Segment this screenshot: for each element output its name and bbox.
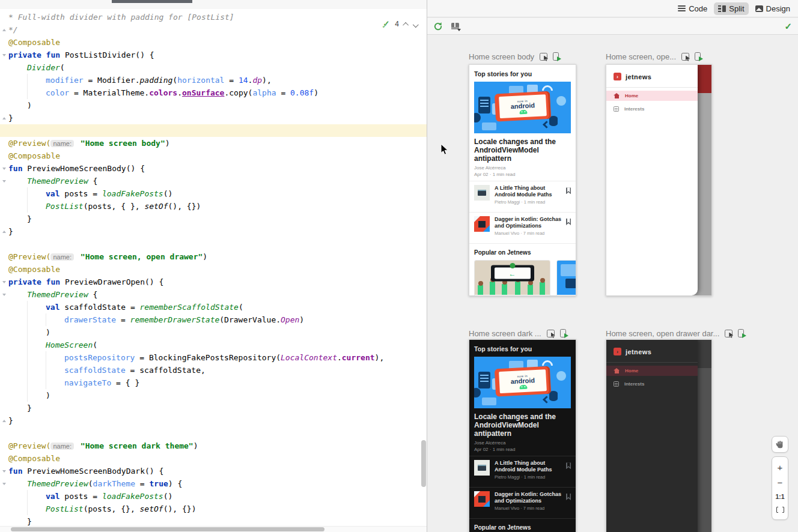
inspections-count: 4 xyxy=(395,20,399,28)
popular-card: ← From Java Programming Langua... Florin… xyxy=(474,260,550,296)
run-on-device-icon[interactable] xyxy=(695,52,701,61)
editor-vertical-scrollbar[interactable] xyxy=(421,440,426,487)
interactive-mode-icon[interactable] xyxy=(725,330,733,337)
hero-image: now in android xyxy=(474,82,571,133)
bookmark-icon xyxy=(566,219,571,225)
jetnews-logo-icon: › xyxy=(614,348,621,355)
hero-image: now in android xyxy=(474,357,571,408)
android-studio-split-view: * Full-width divider with padding for [P… xyxy=(0,0,798,532)
drawer-item-interests: Interests xyxy=(606,104,698,114)
post-thumbnail xyxy=(474,216,490,232)
navigation-drawer: › jetnews Home Interests xyxy=(606,340,698,532)
hand-icon xyxy=(776,440,785,449)
post-thumbnail xyxy=(474,185,490,201)
hero-post-meta: Apr 02 · 1 min read xyxy=(474,447,571,452)
preview-header-1: Home screen body xyxy=(469,51,559,62)
drawer-item-interests: Interests xyxy=(606,379,698,389)
bookmark-icon xyxy=(566,187,571,194)
preview-open-drawer[interactable]: › jetnews Home Interests xyxy=(606,64,712,296)
popular-card: Locale changes and the AndroidViewModel … xyxy=(556,260,576,296)
post-list-item: A Little Thing about Android Module Path… xyxy=(474,456,571,483)
zoom-out-button[interactable]: − xyxy=(778,479,783,487)
now-in-android-phone: now in android xyxy=(494,91,550,122)
build-status-check-icon: ✓ xyxy=(784,21,792,32)
inspections-widget[interactable]: ✓ 4 xyxy=(383,20,418,28)
code-lines[interactable]: * Full-width divider with padding for [P… xyxy=(0,11,427,528)
hero-post-title: Locale changes and the AndroidViewModel … xyxy=(474,413,571,438)
tab-split[interactable]: Split xyxy=(714,2,748,15)
preview-open-drawer-dark[interactable]: › jetnews Home Interests xyxy=(606,339,712,532)
pan-button[interactable] xyxy=(772,436,788,453)
editor-mode-bar: Code Split Design xyxy=(427,0,798,17)
tab-split-label: Split xyxy=(729,4,744,13)
content-behind-drawer xyxy=(696,93,711,295)
code-editor[interactable]: * Full-width divider with padding for [P… xyxy=(0,0,427,532)
next-problem-icon[interactable] xyxy=(413,22,419,28)
preview-header-4: Home screen, open drawer dar... xyxy=(606,328,744,339)
zoom-controls: + − 1:1 xyxy=(772,456,788,520)
preview-layout-icon[interactable] xyxy=(451,22,461,31)
preview-title[interactable]: Home screen body xyxy=(469,52,534,61)
bookmark-icon xyxy=(566,494,571,500)
interactive-mode-icon[interactable] xyxy=(681,53,689,61)
preview-header-3: Home screen dark ... xyxy=(469,328,566,339)
interests-list-icon xyxy=(614,381,619,387)
editor-top-strip xyxy=(0,0,427,9)
hero-post-title: Locale changes and the AndroidViewModel … xyxy=(474,138,571,163)
popular-card-image: ← xyxy=(475,261,550,295)
design-mode-icon xyxy=(755,5,763,12)
content-behind-drawer xyxy=(696,368,711,532)
interactive-mode-icon[interactable] xyxy=(540,53,547,61)
bookmark-icon xyxy=(566,462,571,469)
hero-post-author: Jose Alcérreca xyxy=(474,440,571,446)
jetnews-wordmark: jetnews xyxy=(626,73,651,80)
post-list-item: Dagger in Kotlin: Gotchas and Optimizati… xyxy=(474,213,571,240)
zoom-to-fit-icon[interactable] xyxy=(776,507,784,513)
post-list-item: Dagger in Kotlin: Gotchas and Optimizati… xyxy=(474,488,571,515)
run-on-device-icon[interactable] xyxy=(553,52,559,61)
post-list-item: A Little Thing about Android Module Path… xyxy=(474,181,571,208)
now-in-android-phone: now in android xyxy=(494,366,550,397)
editor-horizontal-scrollbar-track[interactable] xyxy=(0,526,427,532)
preview-title[interactable]: Home screen, open drawer dar... xyxy=(606,329,719,338)
inspections-check-icon: ✓ xyxy=(383,20,389,28)
split-mode-icon xyxy=(718,5,726,12)
tab-design[interactable]: Design xyxy=(751,2,794,15)
split-divider[interactable] xyxy=(427,0,427,532)
android-robot-icon xyxy=(519,109,526,114)
interests-list-icon xyxy=(614,106,619,112)
drawer-item-home: Home xyxy=(606,366,698,376)
popular-section-header: Popular on Jetnews xyxy=(474,524,571,531)
preview-home-screen-dark[interactable]: Top stories for you xyxy=(469,339,576,532)
preview-title[interactable]: Home screen, ope... xyxy=(606,52,676,61)
preview-toolbar: ✓ xyxy=(427,18,798,35)
interactive-mode-icon[interactable] xyxy=(547,330,555,337)
home-icon xyxy=(614,368,620,373)
previous-problem-icon[interactable] xyxy=(403,22,409,28)
compose-preview-pane: Code Split Design ✓ Home screen bo xyxy=(427,0,798,532)
navigation-drawer: › jetnews Home Interests xyxy=(606,65,698,295)
refresh-icon[interactable] xyxy=(433,22,443,31)
popular-section-header: Popular on Jetnews xyxy=(474,249,571,256)
top-stories-header: Top stories for you xyxy=(474,70,571,77)
drawer-brand-row: › jetnews xyxy=(606,65,698,87)
jetnews-wordmark: jetnews xyxy=(626,348,651,355)
run-on-device-icon[interactable] xyxy=(738,329,744,337)
zoom-actual-size-button[interactable]: 1:1 xyxy=(775,493,784,500)
preview-canvas[interactable]: Home screen body Home screen, ope... Hom… xyxy=(427,35,798,532)
editor-tab-fragment xyxy=(112,0,192,3)
post-thumbnail xyxy=(474,460,490,476)
preview-title[interactable]: Home screen dark ... xyxy=(469,329,541,338)
android-robot-icon xyxy=(519,384,526,389)
drawer-item-home: Home xyxy=(606,91,698,101)
tab-code[interactable]: Code xyxy=(674,2,711,15)
code-mode-icon xyxy=(678,5,686,11)
zoom-in-button[interactable]: + xyxy=(778,464,783,472)
preview-home-screen-body[interactable]: Top stories for you xyxy=(469,64,576,296)
post-thumbnail xyxy=(474,491,490,507)
home-icon xyxy=(614,93,620,98)
editor-horizontal-scrollbar-thumb[interactable] xyxy=(11,527,324,531)
top-stories-header: Top stories for you xyxy=(474,345,571,352)
run-on-device-icon[interactable] xyxy=(560,329,566,337)
preview-header-2: Home screen, ope... xyxy=(606,51,701,62)
